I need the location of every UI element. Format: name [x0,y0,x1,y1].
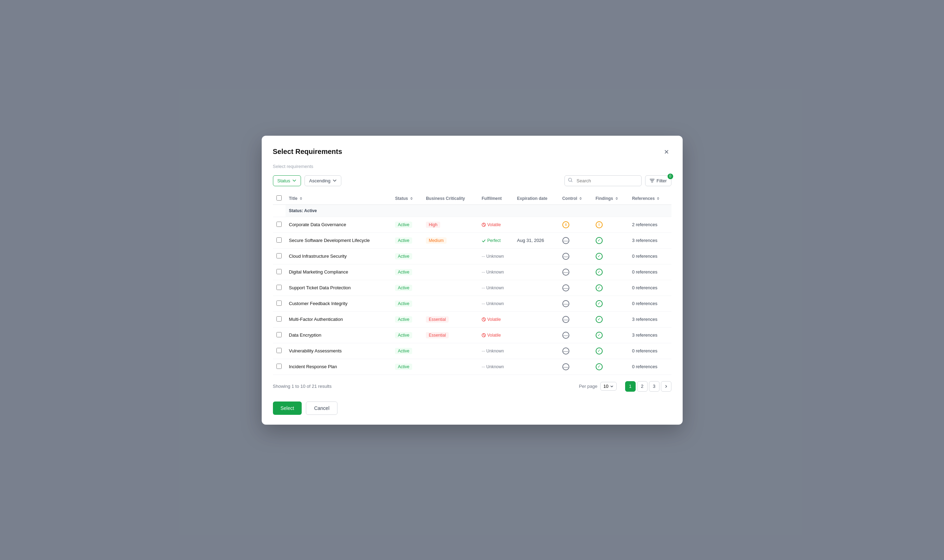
row-control: — [559,343,592,359]
header-control[interactable]: Control [559,192,592,205]
criticality-badge: Essential [426,332,449,338]
row-references: 3 references [628,232,671,248]
fulfilment-badge: ··· Unknown [482,270,510,275]
row-checkbox-5[interactable] [276,300,282,306]
row-checkbox-4[interactable] [276,285,282,290]
filter-button[interactable]: Filter 0 [645,175,671,186]
table-row: Cloud Infrastructure SecurityActive··· U… [273,248,671,264]
row-status: Active [391,248,422,264]
row-fulfilment: ··· Unknown [478,359,514,374]
row-status: Active [391,232,422,248]
toolbar: Status Ascending [273,175,671,186]
row-fulfilment: Volatile [478,217,514,232]
modal-container: Select Requirements Select requirements … [262,136,683,425]
status-badge: Active [395,285,412,291]
header-references[interactable]: References [628,192,671,205]
row-checkbox-6[interactable] [276,316,282,322]
close-button[interactable] [662,147,671,157]
row-control: — [559,280,592,295]
row-status: Active [391,327,422,343]
modal-subtitle: Select requirements [273,164,671,169]
filter-label: Filter [657,178,667,183]
table-row: Support Ticket Data ProtectionActive··· … [273,280,671,295]
next-page-button[interactable] [661,381,671,392]
row-expiration [514,264,559,280]
row-control: ⏸ [559,217,592,232]
search-wrapper [564,175,642,186]
row-fulfilment: Volatile [478,311,514,327]
header-checkbox-col [273,192,286,205]
header-findings[interactable]: Findings [592,192,628,205]
row-title: Vulnerability Assessments [286,343,392,359]
row-title: Cloud Infrastructure Security [286,248,392,264]
row-checkbox-1[interactable] [276,237,282,243]
row-checkbox-3[interactable] [276,269,282,274]
row-title: Data Encryption [286,327,392,343]
row-expiration [514,327,559,343]
per-page-select[interactable]: 10 [600,382,616,391]
minus-circle-icon: — [562,332,569,339]
ascending-dropdown[interactable]: Ascending [305,175,341,186]
check-circle-icon: ✓ [596,237,603,244]
row-status: Active [391,359,422,374]
row-title: Secure Software Development Lifecycle [286,232,392,248]
per-page-label: Per page [579,384,598,389]
row-findings: ✓ [592,264,628,280]
row-fulfilment: ··· Unknown [478,295,514,311]
row-checkbox-8[interactable] [276,348,282,353]
check-circle-icon: ✓ [596,300,603,307]
row-references: 0 references [628,248,671,264]
row-findings: ✓ [592,343,628,359]
fulfilment-badge: Volatile [482,333,510,338]
table-header: Title Status [273,192,671,205]
row-references: 0 references [628,343,671,359]
modal-backdrop: Select Requirements Select requirements … [0,0,944,560]
page-1-button[interactable]: 1 [625,381,636,392]
fulfilment-badge: ··· Unknown [482,301,510,306]
table-row: Incident Response PlanActive··· Unknown—… [273,359,671,374]
sort-icon-3 [579,196,583,201]
search-input[interactable] [564,175,642,186]
minus-circle-icon: — [562,269,569,275]
row-checkbox-2[interactable] [276,253,282,258]
table-row: Corporate Data GovernanceActiveHigh Vola… [273,217,671,232]
row-findings: ✓ [592,232,628,248]
row-expiration [514,248,559,264]
row-fulfilment: ··· Unknown [478,343,514,359]
fulfilment-badge: ··· Unknown [482,285,510,290]
row-findings: ✓ [592,327,628,343]
row-references: 2 references [628,217,671,232]
sort-icon-2 [410,196,414,201]
page-3-button[interactable]: 3 [649,381,659,392]
select-button[interactable]: Select [273,402,302,415]
table-row: Secure Software Development LifecycleAct… [273,232,671,248]
table-row: Customer Feedback IntegrityActive··· Unk… [273,295,671,311]
row-expiration: Aug 31, 2026 [514,232,559,248]
modal-actions: Select Cancel [273,402,671,415]
row-control: — [559,248,592,264]
page-2-button[interactable]: 2 [637,381,648,392]
header-title[interactable]: Title [286,192,392,205]
header-expiration: Expiration date [514,192,559,205]
row-checkbox-7[interactable] [276,332,282,337]
row-fulfilment: ··· Unknown [478,280,514,295]
sort-icon-5 [656,196,660,201]
header-status[interactable]: Status [391,192,422,205]
row-fulfilment: Perfect [478,232,514,248]
row-findings: ✓ [592,248,628,264]
select-all-checkbox[interactable] [276,195,282,201]
per-page-value: 10 [604,384,608,389]
check-circle-icon: ✓ [596,332,603,339]
row-checkbox-9[interactable] [276,364,282,369]
row-control: — [559,327,592,343]
status-dropdown[interactable]: Status [273,175,301,186]
cancel-button[interactable]: Cancel [306,402,337,415]
chevron-down-icon [292,178,296,183]
row-findings: i [592,217,628,232]
check-circle-icon: ✓ [596,269,603,275]
status-badge: Active [395,364,412,370]
row-criticality: Essential [422,311,478,327]
row-criticality [422,248,478,264]
row-checkbox-0[interactable] [276,222,282,227]
row-expiration [514,359,559,374]
